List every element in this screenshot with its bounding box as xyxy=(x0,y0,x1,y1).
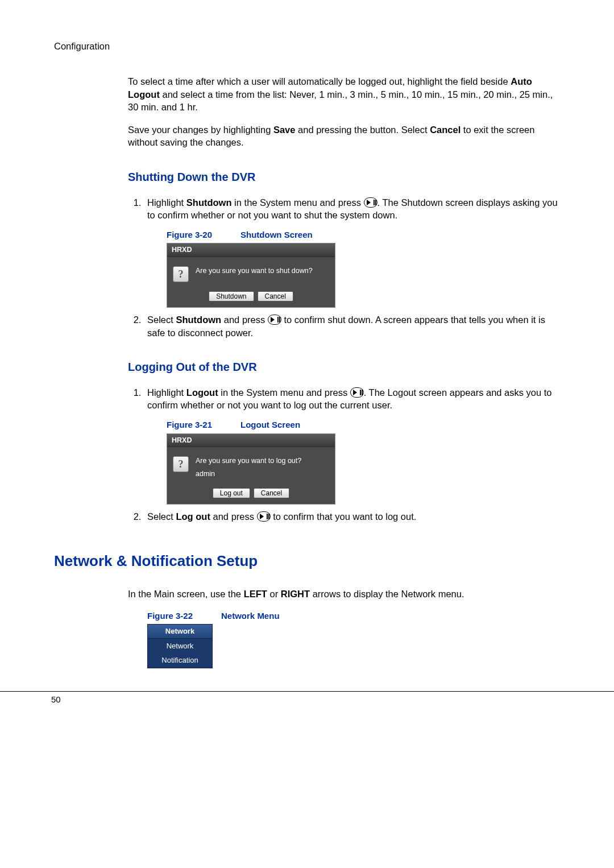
dialog-message: Are you sure you want to shut down? xyxy=(196,266,329,276)
shutdown-steps: Highlight Shutdown in the System menu an… xyxy=(128,196,560,339)
shutdown-button[interactable]: Shutdown xyxy=(209,291,254,301)
logout-bold: Logout xyxy=(186,387,218,398)
shutdown-dialog: HRXD ? Are you sure you want to shut dow… xyxy=(167,243,335,308)
text: or xyxy=(267,589,281,599)
network-menu: Network Network Notification xyxy=(147,624,213,668)
cancel-button[interactable]: Cancel xyxy=(258,291,293,301)
question-icon: ? xyxy=(173,266,189,282)
text: arrows to display the Network menu. xyxy=(310,589,464,599)
network-paragraph: In the Main screen, use the LEFT or RIGH… xyxy=(128,588,560,600)
text: in the System menu and press xyxy=(232,197,364,208)
network-menu-header: Network xyxy=(148,625,212,639)
figure-title: Logout Screen xyxy=(240,420,300,429)
figure-number: Figure 3-21 xyxy=(167,420,212,429)
logout-bold: Log out xyxy=(176,511,210,522)
save-cancel-paragraph: Save your changes by highlighting Save a… xyxy=(128,123,560,149)
figure-caption: Figure 3-21Logout Screen xyxy=(167,419,560,431)
dialog-title: HRXD xyxy=(167,243,335,257)
figure-number: Figure 3-22 xyxy=(147,611,193,621)
figure-number: Figure 3-20 xyxy=(167,230,212,239)
shutdown-bold: Shutdown xyxy=(186,197,232,208)
save-label: Save xyxy=(273,125,296,135)
network-setup-heading: Network & Notification Setup xyxy=(54,551,560,571)
figure-caption: Figure 3-20Shutdown Screen xyxy=(167,229,560,241)
footer-rule xyxy=(0,691,614,692)
text: To select a time after which a user will… xyxy=(128,76,511,86)
text: Highlight xyxy=(147,387,186,398)
network-menu-item-network[interactable]: Network xyxy=(148,639,212,654)
text: Select xyxy=(147,315,176,325)
play-pause-icon xyxy=(268,315,281,325)
list-item: Highlight Logout in the System menu and … xyxy=(144,386,560,505)
play-pause-icon xyxy=(257,511,271,522)
list-item: Select Log out and press to confirm that… xyxy=(144,510,560,523)
text: and pressing the button. Select xyxy=(295,125,430,135)
text: Select xyxy=(147,511,176,522)
figure-caption: Figure 3-22Network Menu xyxy=(147,610,560,622)
logout-steps: Highlight Logout in the System menu and … xyxy=(128,386,560,523)
list-item: Highlight Shutdown in the System menu an… xyxy=(144,196,560,308)
play-pause-icon xyxy=(364,197,377,208)
list-item: Select Shutdown and press to confirm shu… xyxy=(144,313,560,339)
play-pause-icon xyxy=(350,387,364,398)
text: Save your changes by highlighting xyxy=(128,125,273,135)
right-arrow-label: RIGHT xyxy=(281,589,310,599)
cancel-button[interactable]: Cancel xyxy=(254,488,289,498)
shutting-down-heading: Shutting Down the DVR xyxy=(128,170,560,185)
dialog-user: admin xyxy=(196,469,329,479)
auto-logout-paragraph: To select a time after which a user will… xyxy=(128,75,560,113)
logging-out-heading: Logging Out of the DVR xyxy=(128,359,560,375)
question-icon: ? xyxy=(173,456,189,472)
shutdown-bold: Shutdown xyxy=(176,315,221,325)
figure-title: Shutdown Screen xyxy=(240,230,313,239)
text: In the Main screen, use the xyxy=(128,589,244,599)
text: Highlight xyxy=(147,197,186,208)
logout-dialog: HRXD ? Are you sure you want to log out?… xyxy=(167,433,335,505)
text: and select a time from the list: Never, … xyxy=(128,89,553,112)
cancel-label: Cancel xyxy=(430,125,460,135)
dialog-message: Are you sure you want to log out? xyxy=(196,456,329,466)
left-arrow-label: LEFT xyxy=(244,589,267,599)
network-menu-item-notification[interactable]: Notification xyxy=(148,653,212,668)
text: and press xyxy=(210,511,257,522)
text: to confirm that you want to log out. xyxy=(271,511,417,522)
figure-title: Network Menu xyxy=(221,611,280,621)
page-number: 50 xyxy=(51,694,560,705)
page-header: Configuration xyxy=(54,40,560,52)
text: and press xyxy=(221,315,268,325)
dialog-title: HRXD xyxy=(167,434,335,448)
logout-button[interactable]: Log out xyxy=(213,488,250,498)
main-content: To select a time after which a user will… xyxy=(128,75,560,668)
text: in the System menu and press xyxy=(218,387,350,398)
